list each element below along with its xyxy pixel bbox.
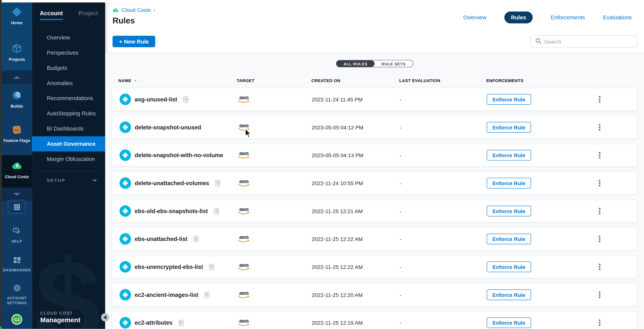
doc-icon[interactable] bbox=[204, 292, 209, 298]
module-nav-scroll-down[interactable] bbox=[2, 188, 32, 201]
target-cell: aws bbox=[237, 207, 312, 215]
doc-icon[interactable] bbox=[215, 180, 220, 186]
breadcrumb-separator: › bbox=[154, 7, 155, 13]
enforce-rule-button[interactable]: Enforce Rule bbox=[487, 150, 531, 161]
created-on-cell: 2022-11-25 12:20 AM bbox=[312, 292, 400, 298]
row-menu-button[interactable] bbox=[596, 178, 603, 188]
toggle-all-rules[interactable]: ALL RULES bbox=[336, 60, 374, 67]
module-projects[interactable]: Projects bbox=[2, 43, 32, 62]
module-home[interactable]: Home bbox=[2, 6, 32, 25]
column-header-name[interactable]: NAME▼ bbox=[112, 78, 237, 83]
row-menu-button[interactable] bbox=[596, 150, 603, 160]
table-row[interactable]: ebs-old-ebs-snapshots-list aws 2022-11-2… bbox=[112, 200, 638, 223]
doc-icon[interactable] bbox=[179, 320, 184, 326]
table-row[interactable]: delete-snapshot-with-no-volume aws 2023-… bbox=[112, 144, 638, 167]
enforcements-cell: Enforce Rule bbox=[487, 234, 594, 244]
nav-item-autostopping-rules[interactable]: AutoStopping Rules bbox=[32, 106, 105, 121]
dashboards-button[interactable]: DASHBOARDS bbox=[2, 255, 32, 273]
nav-item-asset-governance[interactable]: Asset Governance bbox=[32, 136, 105, 152]
setup-label: SETUP bbox=[47, 178, 66, 183]
created-on-cell: 2022-11-25 12:21 AM bbox=[312, 208, 400, 214]
breadcrumb-link[interactable]: Cloud Costs bbox=[122, 7, 151, 13]
nav-item-bi-dashboards[interactable]: BI Dashboards bbox=[32, 121, 105, 136]
nav-item-perspectives[interactable]: Perspectives bbox=[32, 45, 105, 60]
search-box[interactable] bbox=[531, 35, 638, 48]
table-row[interactable]: ebs-unattached-list aws 2022-11-25 12:22… bbox=[112, 227, 638, 250]
row-menu-button[interactable] bbox=[596, 206, 603, 216]
rule-name-cell: ec2-attributes bbox=[112, 317, 237, 329]
row-menu-button[interactable] bbox=[596, 122, 603, 132]
module-cloud-costs[interactable]: $ Cloud Costs bbox=[2, 160, 32, 179]
enforce-rule-button[interactable]: Enforce Rule bbox=[487, 178, 531, 189]
table-row[interactable]: asg-unused-list aws 2022-11-24 11:45 PM … bbox=[112, 88, 638, 111]
table-row[interactable]: ec2-ancient-images-list aws 2022-11-25 1… bbox=[112, 283, 638, 306]
module-builds[interactable]: Builds bbox=[2, 90, 32, 108]
nav-item-overview[interactable]: Overview bbox=[32, 30, 105, 45]
help-button[interactable]: ? HELP bbox=[2, 226, 32, 244]
collapse-nav-button[interactable] bbox=[101, 313, 109, 322]
aws-logo: aws bbox=[237, 291, 251, 299]
enforce-rule-button[interactable]: Enforce Rule bbox=[487, 94, 531, 105]
target-cell: aws bbox=[237, 235, 312, 243]
last-evaluation-cell: - bbox=[400, 264, 486, 270]
last-evaluation-cell: - bbox=[400, 124, 486, 130]
cloud-costs-breadcrumb-icon: $ bbox=[112, 7, 119, 13]
doc-icon[interactable] bbox=[209, 264, 214, 270]
kebab-icon bbox=[599, 236, 600, 237]
row-menu-button[interactable] bbox=[596, 318, 603, 328]
account-settings-button[interactable]: ACCOUNT SETTINGS bbox=[2, 283, 32, 305]
tab-project[interactable]: Project bbox=[78, 10, 98, 20]
enforce-rule-button[interactable]: Enforce Rule bbox=[487, 262, 531, 272]
tab-evaluations[interactable]: Evaluations bbox=[603, 14, 632, 21]
rule-name-cell: ec2-ancient-images-list bbox=[112, 289, 237, 301]
footer-title: Management bbox=[40, 317, 80, 324]
nav-item-recommendations[interactable]: Recommendations bbox=[32, 91, 105, 106]
enforce-rule-button[interactable]: Enforce Rule bbox=[487, 234, 531, 244]
table-row[interactable]: delete-unattached-volumes aws 2022-11-24… bbox=[112, 172, 638, 195]
enforce-rule-button[interactable]: Enforce Rule bbox=[487, 317, 531, 328]
table-row[interactable]: ec2-attributes aws 2022-11-25 12:19 AM -… bbox=[112, 311, 638, 329]
doc-icon[interactable] bbox=[194, 236, 198, 242]
enforcements-cell: Enforce Rule bbox=[487, 178, 594, 189]
all-modules-button[interactable] bbox=[8, 200, 26, 214]
setup-section-toggle[interactable]: SETUP bbox=[32, 176, 105, 184]
table-row[interactable]: delete-snapshot-unused aws 2023-05-05 04… bbox=[112, 116, 638, 139]
table-row[interactable]: ebs-unencrypted-ebs-list aws 2022-11-25 … bbox=[112, 255, 638, 278]
doc-icon[interactable] bbox=[183, 96, 188, 102]
tab-enforcements[interactable]: Enforcements bbox=[551, 14, 585, 21]
search-input[interactable] bbox=[544, 38, 633, 44]
nav-item-anomalies[interactable]: Anomalies bbox=[32, 75, 105, 91]
enforce-rule-button[interactable]: Enforce Rule bbox=[487, 289, 531, 300]
target-cell: aws bbox=[237, 263, 312, 271]
row-menu-button[interactable] bbox=[596, 94, 603, 104]
row-menu-button[interactable] bbox=[596, 290, 603, 300]
last-evaluation-cell: - bbox=[400, 236, 486, 242]
new-rule-button[interactable]: + New Rule bbox=[112, 36, 155, 47]
last-evaluation-cell: - bbox=[400, 292, 486, 298]
svg-text:$: $ bbox=[115, 9, 116, 11]
kebab-icon bbox=[599, 292, 600, 293]
tab-overview[interactable]: Overview bbox=[463, 14, 486, 21]
enforce-rule-button[interactable]: Enforce Rule bbox=[487, 122, 531, 133]
tab-rules[interactable]: Rules bbox=[504, 11, 532, 23]
nav-item-margin-obfuscation[interactable]: Margin Obfuscation bbox=[32, 152, 105, 167]
row-menu-button[interactable] bbox=[596, 262, 603, 272]
created-on-cell: 2023-05-05 04:13 PM bbox=[312, 152, 400, 158]
rule-name-cell: delete-snapshot-with-no-volume bbox=[112, 149, 237, 161]
enforce-rule-button[interactable]: Enforce Rule bbox=[487, 206, 531, 216]
kebab-icon bbox=[599, 180, 600, 181]
row-menu-button[interactable] bbox=[596, 234, 603, 244]
toggle-rule-sets[interactable]: RULE SETS bbox=[374, 60, 413, 67]
module-feature-flags[interactable]: Feature Flags bbox=[2, 124, 32, 143]
rules-list-area: ALL RULES RULE SETS NAME▼ TARGET CREATED… bbox=[105, 52, 644, 329]
rule-name: ebs-unattached-list bbox=[135, 236, 188, 242]
rule-icon bbox=[120, 177, 131, 189]
nav-divider bbox=[40, 171, 97, 171]
tab-account[interactable]: Account bbox=[40, 10, 63, 20]
doc-icon[interactable] bbox=[214, 208, 219, 214]
rules-table-body: asg-unused-list aws 2022-11-24 11:45 PM … bbox=[112, 88, 638, 329]
module-nav-scroll-up[interactable] bbox=[2, 71, 32, 84]
user-avatar[interactable]: CJ bbox=[12, 314, 22, 325]
nav-item-budgets[interactable]: Budgets bbox=[32, 60, 105, 75]
last-evaluation-cell: - bbox=[400, 96, 486, 102]
